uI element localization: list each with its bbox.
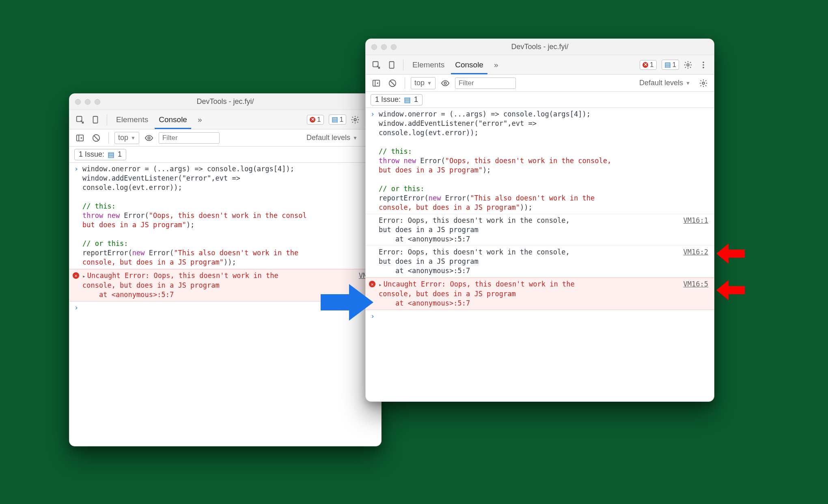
source-link[interactable]: VM16:1 bbox=[679, 216, 708, 244]
console-toolbar: top ▼ Default levels ▼ bbox=[366, 75, 714, 92]
gear-icon[interactable] bbox=[681, 58, 694, 71]
input-row: › window.onerror = (...args) => console.… bbox=[69, 163, 381, 269]
log-text: Error: Oops, this doesn't work in the co… bbox=[379, 216, 677, 244]
levels-label: Default levels bbox=[639, 79, 683, 87]
gear-icon[interactable] bbox=[349, 113, 362, 126]
window-title: DevTools - jec.fyi/ bbox=[366, 43, 714, 51]
error-text: Uncaught Error: Oops, this doesn't work … bbox=[379, 280, 677, 308]
svg-rect-11 bbox=[390, 61, 394, 68]
tab-console[interactable]: Console bbox=[155, 110, 191, 129]
live-expr-icon[interactable] bbox=[142, 131, 155, 144]
filter-input[interactable] bbox=[455, 78, 516, 89]
svg-point-12 bbox=[687, 64, 689, 66]
code-block: window.onerror = (...args) => console.lo… bbox=[82, 164, 375, 267]
messages-count: 1 bbox=[673, 61, 676, 69]
device-icon[interactable] bbox=[89, 113, 102, 126]
svg-rect-16 bbox=[373, 80, 380, 86]
devtools-window-left: DevTools - jec.fyi/ Elements Console » ✕… bbox=[69, 93, 382, 446]
svg-point-14 bbox=[703, 64, 704, 66]
issues-count: 1 bbox=[118, 150, 122, 159]
issues-label: 1 Issue: bbox=[375, 95, 401, 104]
prompt-icon: › bbox=[73, 164, 80, 267]
main-tabs: Elements Console » ✕1 ▤1 bbox=[69, 110, 381, 129]
issues-bar[interactable]: 1 Issue: ▤ 1 bbox=[366, 92, 714, 108]
tab-elements[interactable]: Elements bbox=[408, 56, 448, 74]
context-label: top bbox=[414, 79, 425, 87]
sidebar-toggle-icon[interactable] bbox=[370, 77, 383, 90]
context-label: top bbox=[118, 134, 128, 142]
issues-count: 1 bbox=[414, 95, 418, 104]
kebab-icon[interactable] bbox=[697, 58, 710, 71]
clear-icon[interactable] bbox=[386, 77, 399, 90]
messages-badge[interactable]: ▤1 bbox=[662, 60, 679, 70]
svg-rect-1 bbox=[93, 116, 98, 123]
tab-console[interactable]: Console bbox=[451, 56, 487, 74]
context-select[interactable]: top ▼ bbox=[114, 132, 139, 144]
error-count-badge[interactable]: ✕1 bbox=[307, 115, 323, 125]
blue-arrow-icon bbox=[321, 284, 373, 321]
titlebar[interactable]: DevTools - jec.fyi/ bbox=[366, 39, 714, 55]
prompt-row[interactable]: › bbox=[366, 310, 714, 323]
live-expr-icon[interactable] bbox=[439, 77, 452, 90]
issues-label: 1 Issue: bbox=[79, 150, 104, 159]
error-count-badge[interactable]: ✕1 bbox=[640, 60, 656, 70]
tab-more[interactable]: » bbox=[490, 56, 502, 74]
messages-count: 1 bbox=[340, 116, 343, 124]
svg-point-13 bbox=[703, 61, 704, 63]
error-icon: ✕ bbox=[73, 272, 79, 279]
inspect-icon[interactable] bbox=[73, 113, 86, 126]
log-text: Error: Oops, this doesn't work in the co… bbox=[379, 248, 677, 276]
error-count: 1 bbox=[317, 116, 321, 124]
gear-icon[interactable] bbox=[697, 77, 710, 90]
titlebar[interactable]: DevTools - jec.fyi/ bbox=[69, 94, 381, 110]
clear-icon[interactable] bbox=[90, 131, 103, 144]
svg-point-18 bbox=[444, 82, 446, 84]
input-row: › window.onerror = (...args) => console.… bbox=[366, 108, 714, 214]
source-link[interactable]: VM16:2 bbox=[679, 248, 708, 276]
devtools-window-right: DevTools - jec.fyi/ Elements Console » ✕… bbox=[365, 39, 714, 402]
svg-point-15 bbox=[703, 67, 704, 68]
levels-select[interactable]: Default levels ▼ bbox=[636, 77, 694, 89]
source-link[interactable]: VM16:5 bbox=[679, 280, 708, 308]
red-arrow-icon bbox=[716, 243, 745, 264]
inspect-icon[interactable] bbox=[370, 58, 383, 71]
device-icon[interactable] bbox=[385, 58, 398, 71]
error-row[interactable]: ✕ Uncaught Error: Oops, this doesn't wor… bbox=[366, 278, 714, 310]
code-block: window.onerror = (...args) => console.lo… bbox=[379, 110, 708, 212]
svg-point-19 bbox=[702, 82, 705, 84]
messages-badge[interactable]: ▤1 bbox=[329, 114, 346, 125]
main-tabs: Elements Console » ✕1 ▤1 bbox=[366, 55, 714, 75]
filter-input[interactable] bbox=[159, 132, 220, 144]
prompt-icon: › bbox=[73, 303, 80, 312]
tab-elements[interactable]: Elements bbox=[112, 110, 152, 129]
sidebar-toggle-icon[interactable] bbox=[73, 131, 86, 144]
context-select[interactable]: top ▼ bbox=[411, 77, 436, 89]
error-text: Uncaught Error: Oops, this doesn't work … bbox=[82, 271, 352, 299]
svg-point-8 bbox=[148, 137, 150, 139]
tab-more[interactable]: » bbox=[194, 110, 206, 129]
red-arrow-icon bbox=[716, 280, 745, 300]
levels-select[interactable]: Default levels ▼ bbox=[303, 132, 361, 144]
console-toolbar: top ▼ Default levels ▼ bbox=[69, 129, 381, 146]
levels-label: Default levels bbox=[306, 134, 350, 142]
error-count: 1 bbox=[650, 61, 653, 69]
prompt-icon: › bbox=[369, 110, 376, 212]
log-row[interactable]: Error: Oops, this doesn't work in the co… bbox=[366, 214, 714, 246]
window-title: DevTools - jec.fyi/ bbox=[69, 97, 381, 106]
issues-bar[interactable]: 1 Issue: ▤ 1 bbox=[69, 146, 381, 163]
console-output[interactable]: › window.onerror = (...args) => console.… bbox=[366, 108, 714, 323]
svg-point-2 bbox=[354, 118, 356, 121]
log-row[interactable]: Error: Oops, this doesn't work in the co… bbox=[366, 246, 714, 278]
svg-rect-6 bbox=[77, 135, 84, 141]
